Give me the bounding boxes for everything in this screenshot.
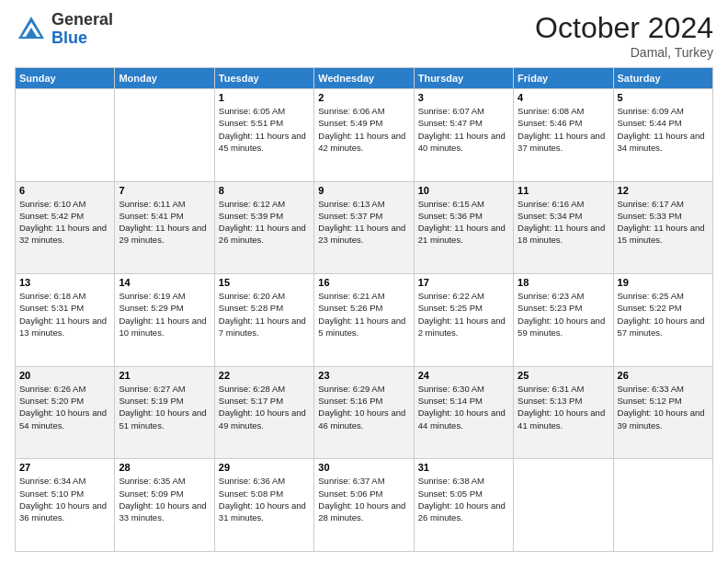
calendar-cell-0-1 [115,89,214,182]
day-number: 28 [119,462,210,473]
calendar-cell-2-1: 14Sunrise: 6:19 AM Sunset: 5:29 PM Dayli… [115,274,214,367]
day-info: Sunrise: 6:05 AM Sunset: 5:51 PM Dayligh… [219,105,310,154]
day-info: Sunrise: 6:16 AM Sunset: 5:34 PM Dayligh… [518,198,609,247]
calendar-cell-4-2: 29Sunrise: 6:36 AM Sunset: 5:08 PM Dayli… [214,459,313,552]
calendar-cell-0-3: 2Sunrise: 6:06 AM Sunset: 5:49 PM Daylig… [314,89,414,182]
day-number: 23 [318,370,409,381]
day-number: 15 [219,277,310,288]
day-number: 16 [318,277,409,288]
calendar-cell-4-6 [613,459,712,552]
day-info: Sunrise: 6:17 AM Sunset: 5:33 PM Dayligh… [618,198,709,247]
day-info: Sunrise: 6:25 AM Sunset: 5:22 PM Dayligh… [618,290,709,339]
calendar-cell-1-5: 11Sunrise: 6:16 AM Sunset: 5:34 PM Dayli… [514,181,613,274]
calendar-cell-0-4: 3Sunrise: 6:07 AM Sunset: 5:47 PM Daylig… [414,89,513,182]
day-info: Sunrise: 6:31 AM Sunset: 5:13 PM Dayligh… [518,383,609,431]
calendar-cell-4-5 [514,459,613,552]
calendar-table: Sunday Monday Tuesday Wednesday Thursday… [15,67,713,552]
calendar-cell-3-6: 26Sunrise: 6:33 AM Sunset: 5:12 PM Dayli… [613,366,712,459]
page: General Blue October 2024 Damal, Turkey … [0,0,728,563]
calendar-week-4: 20Sunrise: 6:26 AM Sunset: 5:20 PM Dayli… [16,366,713,459]
calendar-cell-1-4: 10Sunrise: 6:15 AM Sunset: 5:36 PM Dayli… [414,181,513,274]
day-info: Sunrise: 6:37 AM Sunset: 5:06 PM Dayligh… [318,475,409,523]
weekday-thursday: Thursday [414,68,513,89]
calendar-cell-0-6: 5Sunrise: 6:09 AM Sunset: 5:44 PM Daylig… [613,89,712,182]
day-number: 27 [19,462,110,473]
calendar-cell-1-3: 9Sunrise: 6:13 AM Sunset: 5:37 PM Daylig… [314,181,414,274]
day-number: 30 [318,462,409,473]
weekday-sunday: Sunday [16,68,115,89]
day-number: 17 [418,277,509,288]
day-info: Sunrise: 6:38 AM Sunset: 5:05 PM Dayligh… [418,475,509,523]
calendar-cell-3-1: 21Sunrise: 6:27 AM Sunset: 5:19 PM Dayli… [115,366,214,459]
day-info: Sunrise: 6:20 AM Sunset: 5:28 PM Dayligh… [219,290,310,339]
day-number: 26 [618,370,709,381]
day-number: 11 [518,185,609,196]
day-info: Sunrise: 6:26 AM Sunset: 5:20 PM Dayligh… [19,383,110,431]
day-number: 22 [219,370,310,381]
logo-text: General Blue [51,11,113,48]
calendar-cell-0-5: 4Sunrise: 6:08 AM Sunset: 5:46 PM Daylig… [514,89,613,182]
day-info: Sunrise: 6:13 AM Sunset: 5:37 PM Dayligh… [318,198,409,247]
day-info: Sunrise: 6:11 AM Sunset: 5:41 PM Dayligh… [119,198,210,247]
day-number: 2 [318,92,409,103]
calendar-cell-4-3: 30Sunrise: 6:37 AM Sunset: 5:06 PM Dayli… [314,459,414,552]
calendar-cell-2-6: 19Sunrise: 6:25 AM Sunset: 5:22 PM Dayli… [613,274,712,367]
day-number: 1 [219,92,310,103]
calendar-cell-1-6: 12Sunrise: 6:17 AM Sunset: 5:33 PM Dayli… [613,181,712,274]
day-info: Sunrise: 6:30 AM Sunset: 5:14 PM Dayligh… [418,383,509,431]
calendar-cell-0-0 [16,89,115,182]
calendar-cell-3-3: 23Sunrise: 6:29 AM Sunset: 5:16 PM Dayli… [314,366,414,459]
day-info: Sunrise: 6:10 AM Sunset: 5:42 PM Dayligh… [19,198,110,247]
day-info: Sunrise: 6:33 AM Sunset: 5:12 PM Dayligh… [618,383,709,431]
title-block: October 2024 Damal, Turkey [535,11,713,60]
logo: General Blue [15,11,113,48]
day-number: 29 [219,462,310,473]
weekday-wednesday: Wednesday [314,68,414,89]
day-number: 5 [618,92,709,103]
logo-general: General [51,11,113,29]
calendar-cell-4-1: 28Sunrise: 6:35 AM Sunset: 5:09 PM Dayli… [115,459,214,552]
day-number: 8 [219,185,310,196]
calendar-cell-3-2: 22Sunrise: 6:28 AM Sunset: 5:17 PM Dayli… [214,366,313,459]
month-title: October 2024 [535,11,713,45]
day-number: 6 [19,185,110,196]
calendar-cell-2-3: 16Sunrise: 6:21 AM Sunset: 5:26 PM Dayli… [314,274,414,367]
day-number: 19 [618,277,709,288]
day-number: 4 [518,92,609,103]
location: Damal, Turkey [535,45,713,60]
day-number: 18 [518,277,609,288]
day-number: 7 [119,185,210,196]
calendar-cell-2-0: 13Sunrise: 6:18 AM Sunset: 5:31 PM Dayli… [16,274,115,367]
calendar-cell-4-0: 27Sunrise: 6:34 AM Sunset: 5:10 PM Dayli… [16,459,115,552]
day-info: Sunrise: 6:35 AM Sunset: 5:09 PM Dayligh… [119,475,210,523]
calendar-cell-4-4: 31Sunrise: 6:38 AM Sunset: 5:05 PM Dayli… [414,459,513,552]
day-info: Sunrise: 6:06 AM Sunset: 5:49 PM Dayligh… [318,105,409,154]
day-info: Sunrise: 6:22 AM Sunset: 5:25 PM Dayligh… [418,290,509,339]
calendar-cell-2-2: 15Sunrise: 6:20 AM Sunset: 5:28 PM Dayli… [214,274,313,367]
weekday-monday: Monday [115,68,214,89]
calendar-cell-1-1: 7Sunrise: 6:11 AM Sunset: 5:41 PM Daylig… [115,181,214,274]
day-info: Sunrise: 6:19 AM Sunset: 5:29 PM Dayligh… [119,290,210,339]
day-number: 3 [418,92,509,103]
day-info: Sunrise: 6:08 AM Sunset: 5:46 PM Dayligh… [518,105,609,154]
calendar-cell-1-2: 8Sunrise: 6:12 AM Sunset: 5:39 PM Daylig… [214,181,313,274]
day-info: Sunrise: 6:28 AM Sunset: 5:17 PM Dayligh… [219,383,310,431]
calendar-cell-1-0: 6Sunrise: 6:10 AM Sunset: 5:42 PM Daylig… [16,181,115,274]
day-info: Sunrise: 6:29 AM Sunset: 5:16 PM Dayligh… [318,383,409,431]
calendar-cell-0-2: 1Sunrise: 6:05 AM Sunset: 5:51 PM Daylig… [214,89,313,182]
day-number: 14 [119,277,210,288]
calendar-week-5: 27Sunrise: 6:34 AM Sunset: 5:10 PM Dayli… [16,459,713,552]
day-info: Sunrise: 6:18 AM Sunset: 5:31 PM Dayligh… [19,290,110,339]
calendar-week-1: 1Sunrise: 6:05 AM Sunset: 5:51 PM Daylig… [16,89,713,182]
day-number: 25 [518,370,609,381]
day-info: Sunrise: 6:21 AM Sunset: 5:26 PM Dayligh… [318,290,409,339]
day-info: Sunrise: 6:15 AM Sunset: 5:36 PM Dayligh… [418,198,509,247]
day-number: 10 [418,185,509,196]
calendar-cell-3-5: 25Sunrise: 6:31 AM Sunset: 5:13 PM Dayli… [514,366,613,459]
calendar-cell-3-0: 20Sunrise: 6:26 AM Sunset: 5:20 PM Dayli… [16,366,115,459]
weekday-saturday: Saturday [613,68,712,89]
weekday-tuesday: Tuesday [214,68,313,89]
day-number: 20 [19,370,110,381]
calendar-cell-2-4: 17Sunrise: 6:22 AM Sunset: 5:25 PM Dayli… [414,274,513,367]
day-number: 21 [119,370,210,381]
